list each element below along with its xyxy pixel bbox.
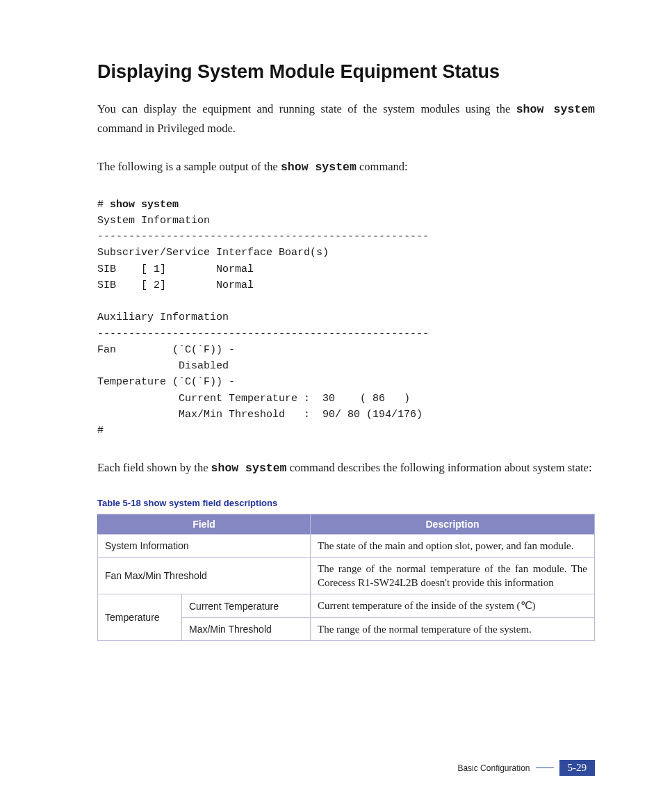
cell-desc: Current temperature of the inside of the… — [311, 594, 595, 617]
footer-label: Basic Configuration — [457, 763, 530, 773]
code-l8: Fan (`C(`F)) - — [97, 344, 235, 356]
each-field-paragraph: Each field shown by the show system comm… — [97, 458, 595, 478]
cell-subfield: Current Temperature — [182, 594, 311, 617]
cell-field: System Information — [98, 534, 311, 557]
table-row: Temperature Current Temperature Current … — [98, 594, 595, 617]
each-field-post: command describes the following informat… — [287, 461, 592, 474]
code-l11: Current Temperature : 30 ( 86 ) — [97, 393, 410, 405]
code-l4: SIB [ 1] Normal — [97, 263, 254, 275]
code-l10: Temperature (`C(`F)) - — [97, 376, 235, 388]
code-output: # show system System Information -------… — [97, 197, 595, 439]
page-footer: Basic Configuration 5-29 — [457, 760, 595, 776]
code-l3: Subscriver/Service Interface Board(s) — [97, 247, 329, 259]
page-heading: Displaying System Module Equipment Statu… — [97, 61, 595, 83]
footer-dash — [536, 768, 554, 768]
code-blank — [97, 295, 104, 307]
intro-pre: You can display the equipment and runnin… — [97, 102, 496, 115]
intro-post: command in Privileged mode. — [97, 122, 236, 135]
code-l6: Auxiliary Information — [97, 311, 229, 323]
code-show-system: show system — [110, 199, 179, 211]
field-descriptions-table: Field Description System Information The… — [97, 514, 595, 641]
code-l1: System Information — [97, 215, 210, 227]
sample-cmd: show system — [281, 161, 357, 174]
table-row: System Information The state of the main… — [98, 534, 595, 557]
code-hash: # — [97, 199, 110, 211]
show-system-cmd: show system — [516, 103, 595, 116]
cell-desc: The range of the normal temperature of t… — [311, 557, 595, 594]
cell-field: Fan Max/Min Threshold — [98, 557, 311, 594]
table-row: Fan Max/Min Threshold The range of the n… — [98, 557, 595, 594]
th-description: Description — [311, 514, 595, 534]
cell-subfield: Max/Min Threshold — [182, 617, 311, 640]
cell-field-group: Temperature — [98, 594, 182, 641]
code-l9: Disabled — [97, 360, 229, 372]
table-caption: Table 5-18 show system field description… — [97, 498, 595, 508]
each-field-pre: Each field shown by the — [97, 461, 211, 474]
cell-desc: The state of the main and option slot, p… — [311, 534, 595, 557]
code-l12: Max/Min Threshold : 90/ 80 (194/176) — [97, 409, 423, 421]
intro-the: the — [496, 102, 516, 115]
intro-paragraph: You can display the equipment and runnin… — [97, 99, 595, 138]
code-l13: # — [97, 425, 104, 437]
th-field: Field — [98, 514, 311, 534]
code-l2: ----------------------------------------… — [97, 231, 429, 243]
cell-desc: The range of the normal temperature of t… — [311, 617, 595, 640]
sample-pre: The following is a sample output of the — [97, 160, 281, 173]
each-field-cmd: show system — [211, 462, 287, 475]
code-l5: SIB [ 2] Normal — [97, 279, 254, 291]
sample-line: The following is a sample output of the … — [97, 157, 595, 177]
footer-page-number: 5-29 — [559, 760, 596, 776]
sample-post: command: — [357, 160, 408, 173]
code-l7: ----------------------------------------… — [97, 328, 429, 340]
